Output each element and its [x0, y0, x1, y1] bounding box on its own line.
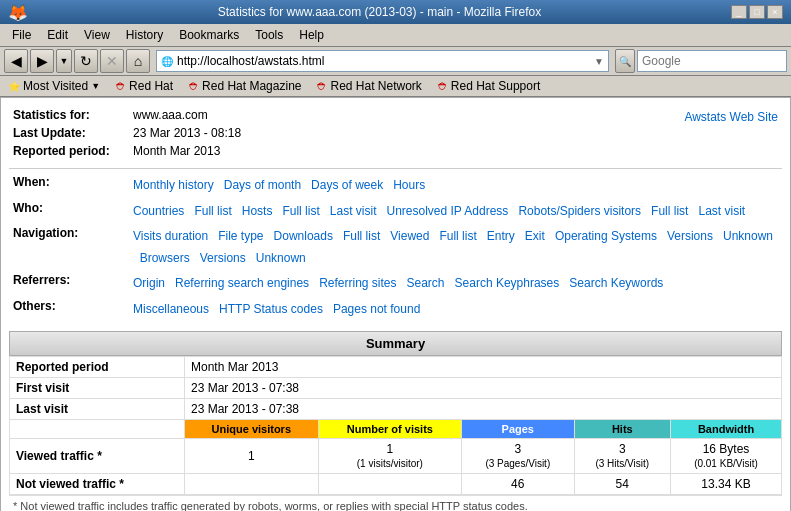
last-visit-link[interactable]: Last visit	[330, 204, 377, 218]
bookmarks-bar: ⭐ Most Visited ▼ ⛑ Red Hat ⛑ Red Hat Mag…	[0, 76, 791, 97]
reported-period-label: Reported period:	[9, 142, 129, 160]
zoom-button[interactable]: 🔍	[615, 49, 635, 73]
when-links: Monthly history Days of month Days of we…	[129, 173, 782, 199]
who-full-list-2[interactable]: Full list	[282, 204, 319, 218]
menu-tools[interactable]: Tools	[247, 26, 291, 44]
col-header-hits: Hits	[574, 419, 670, 438]
dropdown-button[interactable]: ▼	[56, 49, 72, 73]
redhat-network-icon: ⛑	[317, 81, 327, 92]
not-viewed-pages: 46	[462, 473, 575, 494]
visits-duration-link[interactable]: Visits duration	[133, 229, 208, 243]
address-input[interactable]	[177, 54, 594, 68]
last-update-value: 23 Mar 2013 - 08:18	[129, 124, 477, 142]
browser-unknown-link[interactable]: Unknown	[256, 251, 306, 265]
exit-link[interactable]: Exit	[525, 229, 545, 243]
unresolved-ip-link[interactable]: Unresolved IP Address	[387, 204, 509, 218]
menu-view[interactable]: View	[76, 26, 118, 44]
nav-full-list-link[interactable]: Full list	[343, 229, 380, 243]
referrers-label: Referrers:	[9, 271, 129, 297]
referring-sites-link[interactable]: Referring sites	[319, 276, 396, 290]
menu-bookmarks[interactable]: Bookmarks	[171, 26, 247, 44]
home-button[interactable]: ⌂	[126, 49, 150, 73]
reported-period-row-label: Reported period	[10, 356, 185, 377]
viewed-traffic-label: Viewed traffic *	[10, 438, 185, 473]
stop-button[interactable]: ✕	[100, 49, 124, 73]
col-header-bandwidth: Bandwidth	[671, 419, 782, 438]
footnote: * Not viewed traffic includes traffic ge…	[9, 495, 782, 511]
browsers-link[interactable]: Browsers	[140, 251, 190, 265]
who-links: Countries Full list Hosts Full list Last…	[129, 199, 782, 225]
search-link[interactable]: Search	[407, 276, 445, 290]
menu-file[interactable]: File	[4, 26, 39, 44]
days-of-month-link[interactable]: Days of month	[224, 178, 301, 192]
miscellaneous-link[interactable]: Miscellaneous	[133, 302, 209, 316]
back-button[interactable]: ◀	[4, 49, 28, 73]
forward-button[interactable]: ▶	[30, 49, 54, 73]
origin-link[interactable]: Origin	[133, 276, 165, 290]
monthly-history-link[interactable]: Monthly history	[133, 178, 214, 192]
search-bar: 🔍	[637, 50, 787, 72]
others-label: Others:	[9, 297, 129, 323]
not-viewed-visits	[318, 473, 461, 494]
downloads-link[interactable]: Downloads	[274, 229, 333, 243]
most-visited-dropdown[interactable]: ▼	[91, 81, 100, 91]
close-button[interactable]: ×	[767, 5, 783, 19]
menu-help[interactable]: Help	[291, 26, 332, 44]
viewed-visits-sub: (1 visits/visitor)	[357, 458, 423, 469]
redhat-magazine-icon: ⛑	[189, 81, 199, 92]
menu-edit[interactable]: Edit	[39, 26, 76, 44]
viewed-hits-sub: (3 Hits/Visit)	[595, 458, 649, 469]
firefox-icon: 🦊	[8, 3, 28, 22]
nav-full-list-2[interactable]: Full list	[439, 229, 476, 243]
minimize-button[interactable]: _	[731, 5, 747, 19]
reload-button[interactable]: ↻	[74, 49, 98, 73]
maximize-button[interactable]: □	[749, 5, 765, 19]
viewed-link[interactable]: Viewed	[390, 229, 429, 243]
entry-link[interactable]: Entry	[487, 229, 515, 243]
os-versions-link[interactable]: Versions	[667, 229, 713, 243]
col-header-number-of-visits: Number of visits	[318, 419, 461, 438]
bookmark-redhat-network[interactable]: ⛑ Red Hat Network	[313, 78, 425, 94]
viewed-visits-value: 1	[386, 442, 393, 456]
bookmark-redhat-magazine[interactable]: ⛑ Red Hat Magazine	[185, 78, 305, 94]
not-viewed-bandwidth: 13.34 KB	[671, 473, 782, 494]
search-input[interactable]	[642, 54, 791, 68]
who-full-list-1[interactable]: Full list	[194, 204, 231, 218]
countries-link[interactable]: Countries	[133, 204, 184, 218]
not-viewed-hits: 54	[574, 473, 670, 494]
search-keyphrases-link[interactable]: Search Keyphrases	[455, 276, 560, 290]
bookmark-redhat[interactable]: ⛑ Red Hat	[112, 78, 177, 94]
when-label: When:	[9, 173, 129, 199]
referrers-links: Origin Referring search engines Referrin…	[129, 271, 782, 297]
redhat-icon: ⛑	[116, 81, 126, 92]
viewed-pages-value: 3	[514, 442, 521, 456]
search-keywords-link[interactable]: Search Keywords	[569, 276, 663, 290]
address-go-icon: ▼	[594, 56, 604, 67]
os-unknown-link[interactable]: Unknown	[723, 229, 773, 243]
days-of-week-link[interactable]: Days of week	[311, 178, 383, 192]
file-type-link[interactable]: File type	[218, 229, 263, 243]
pages-not-found-link[interactable]: Pages not found	[333, 302, 420, 316]
who-label: Who:	[9, 199, 129, 225]
hours-link[interactable]: Hours	[393, 178, 425, 192]
who-full-list-3[interactable]: Full list	[651, 204, 688, 218]
browser-versions-link[interactable]: Versions	[200, 251, 246, 265]
awstats-link[interactable]: Awstats Web Site	[684, 110, 778, 124]
last-visit-link-2[interactable]: Last visit	[698, 204, 745, 218]
col-header-unique-visitors: Unique visitors	[184, 419, 318, 438]
referring-search-engines-link[interactable]: Referring search engines	[175, 276, 309, 290]
most-visited-bookmark[interactable]: ⭐ Most Visited ▼	[4, 78, 104, 94]
most-visited-icon: ⭐	[8, 81, 20, 92]
os-link[interactable]: Operating Systems	[555, 229, 657, 243]
viewed-visits: 1 (1 visits/visitor)	[318, 438, 461, 473]
most-visited-label: Most Visited	[23, 79, 88, 93]
summary-header: Summary	[9, 331, 782, 356]
hosts-link[interactable]: Hosts	[242, 204, 273, 218]
not-viewed-label: Not viewed traffic *	[10, 473, 185, 494]
titlebar-controls[interactable]: _ □ ×	[731, 5, 783, 19]
menu-history[interactable]: History	[118, 26, 171, 44]
bookmark-redhat-support[interactable]: ⛑ Red Hat Support	[434, 78, 544, 94]
first-visit-row-label: First visit	[10, 377, 185, 398]
robots-link[interactable]: Robots/Spiders visitors	[518, 204, 641, 218]
http-status-link[interactable]: HTTP Status codes	[219, 302, 323, 316]
